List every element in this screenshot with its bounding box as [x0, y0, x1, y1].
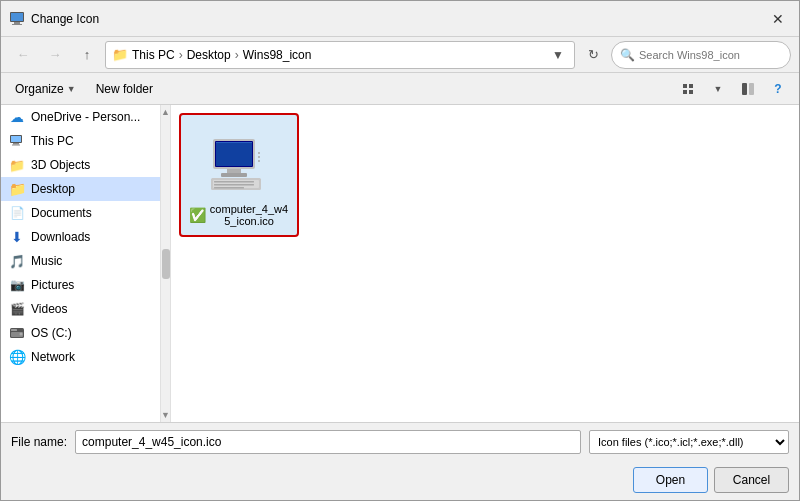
bottom-bar: File name: Icon files (*.ico;*.icl;*.exe…	[1, 422, 799, 460]
videos-icon: 🎬	[9, 301, 25, 317]
sidebar: ☁ OneDrive - Person... This PC 📁	[1, 105, 161, 422]
file-item-name: computer_4_w45_icon.ico	[209, 203, 289, 227]
check-icon: ✅	[189, 207, 206, 223]
svg-rect-24	[214, 187, 244, 189]
sidebar-label-osc: OS (C:)	[31, 326, 72, 340]
sidebar-item-pictures[interactable]: 📷 Pictures	[1, 273, 160, 297]
pictures-icon: 📷	[9, 277, 25, 293]
address-path: This PC › Desktop › Wins98_icon	[132, 48, 544, 62]
computer-ico-icon	[207, 131, 271, 195]
change-icon-dialog: Change Icon ✕ ← → ↑ 📁 This PC › Desktop …	[0, 0, 800, 501]
button-row: Open Cancel	[1, 460, 799, 500]
organize-button[interactable]: Organize ▼	[9, 79, 82, 99]
path-wins98: Wins98_icon	[243, 48, 312, 62]
forward-button[interactable]: →	[41, 41, 69, 69]
sidebar-item-3dobjects[interactable]: 📁 3D Objects	[1, 153, 160, 177]
scroll-up-arrow[interactable]: ▲	[161, 107, 170, 117]
dialog-icon	[9, 11, 25, 27]
file-item-selected[interactable]: ✅ computer_4_w45_icon.ico	[179, 113, 299, 237]
svg-rect-5	[749, 83, 754, 95]
sidebar-label-3dobjects: 3D Objects	[31, 158, 90, 172]
scroll-down-arrow[interactable]: ▼	[161, 410, 170, 420]
file-icon-wrapper	[199, 123, 279, 203]
svg-point-26	[258, 156, 260, 158]
svg-rect-1	[11, 13, 23, 21]
sidebar-label-downloads: Downloads	[31, 230, 90, 244]
sidebar-item-documents[interactable]: 📄 Documents	[1, 201, 160, 225]
svg-rect-8	[13, 143, 19, 145]
svg-rect-16	[216, 142, 252, 166]
toolbar: Organize ▼ New folder ▼ ?	[1, 73, 799, 105]
sidebar-spacer	[1, 369, 160, 389]
sidebar-item-videos[interactable]: 🎬 Videos	[1, 297, 160, 321]
close-button[interactable]: ✕	[765, 6, 791, 32]
music-icon: 🎵	[9, 253, 25, 269]
file-name-label: File name:	[11, 435, 67, 449]
cloud-icon: ☁	[9, 109, 25, 125]
file-item-label: ✅ computer_4_w45_icon.ico	[189, 203, 289, 227]
sidebar-item-desktop[interactable]: 📁 Desktop	[1, 177, 160, 201]
grid-view-icon	[683, 84, 693, 94]
svg-rect-18	[227, 169, 241, 173]
new-folder-button[interactable]: New folder	[90, 79, 159, 99]
open-button[interactable]: Open	[633, 467, 708, 493]
drive-icon	[9, 325, 25, 341]
main-content: ☁ OneDrive - Person... This PC 📁	[1, 105, 799, 422]
pc-icon	[9, 133, 25, 149]
address-bar[interactable]: 📁 This PC › Desktop › Wins98_icon ▼	[105, 41, 575, 69]
path-thispc: This PC	[132, 48, 175, 62]
sidebar-scrollbar[interactable]: ▲ ▼	[161, 105, 171, 422]
search-icon: 🔍	[620, 48, 635, 62]
organize-label: Organize	[15, 82, 64, 96]
folder-icon: 📁	[9, 181, 25, 197]
new-folder-label: New folder	[96, 82, 153, 96]
svg-rect-22	[214, 181, 254, 183]
svg-point-12	[20, 333, 23, 336]
sidebar-item-osc[interactable]: OS (C:)	[1, 321, 160, 345]
help-button[interactable]: ?	[765, 76, 791, 102]
svg-rect-17	[216, 142, 252, 143]
pane-button[interactable]	[735, 76, 761, 102]
svg-rect-3	[12, 24, 22, 25]
organize-dropdown-icon: ▼	[67, 84, 76, 94]
file-type-select[interactable]: Icon files (*.ico;*.icl;*.exe;*.dll)	[589, 430, 789, 454]
network-icon: 🌐	[9, 349, 25, 365]
sidebar-label-pictures: Pictures	[31, 278, 74, 292]
sidebar-item-music[interactable]: 🎵 Music	[1, 249, 160, 273]
downloads-icon: ⬇	[9, 229, 25, 245]
pane-icon	[741, 82, 755, 96]
svg-rect-4	[742, 83, 747, 95]
address-dropdown-button[interactable]: ▼	[548, 48, 568, 62]
sidebar-label-music: Music	[31, 254, 62, 268]
view-dropdown-icon: ▼	[714, 84, 723, 94]
back-button[interactable]: ←	[9, 41, 37, 69]
file-name-input[interactable]	[75, 430, 581, 454]
svg-rect-2	[14, 22, 20, 24]
toolbar-right: ▼ ?	[675, 76, 791, 102]
sidebar-label-network: Network	[31, 350, 75, 364]
sidebar-label-documents: Documents	[31, 206, 92, 220]
file-area[interactable]: ✅ computer_4_w45_icon.ico	[171, 105, 799, 422]
sidebar-label-thispc: This PC	[31, 134, 74, 148]
svg-rect-9	[12, 145, 20, 146]
up-button[interactable]: ↑	[73, 41, 101, 69]
search-box[interactable]: 🔍	[611, 41, 791, 69]
sidebar-item-downloads[interactable]: ⬇ Downloads	[1, 225, 160, 249]
svg-rect-13	[11, 329, 17, 331]
svg-point-27	[258, 160, 260, 162]
sidebar-item-thispc[interactable]: This PC	[1, 129, 160, 153]
refresh-button[interactable]: ↻	[579, 41, 607, 69]
titlebar: Change Icon ✕	[1, 1, 799, 37]
cancel-button[interactable]: Cancel	[714, 467, 789, 493]
folder-3d-icon: 📁	[9, 157, 25, 173]
view-grid-button[interactable]	[675, 76, 701, 102]
navbar: ← → ↑ 📁 This PC › Desktop › Wins98_icon …	[1, 37, 799, 73]
sidebar-item-onedrive[interactable]: ☁ OneDrive - Person...	[1, 105, 160, 129]
svg-rect-19	[221, 173, 247, 177]
help-icon: ?	[774, 82, 781, 96]
svg-rect-23	[214, 184, 254, 186]
view-details-dropdown[interactable]: ▼	[705, 76, 731, 102]
sidebar-item-network[interactable]: 🌐 Network	[1, 345, 160, 369]
scroll-thumb[interactable]	[162, 249, 170, 279]
search-input[interactable]	[639, 49, 782, 61]
